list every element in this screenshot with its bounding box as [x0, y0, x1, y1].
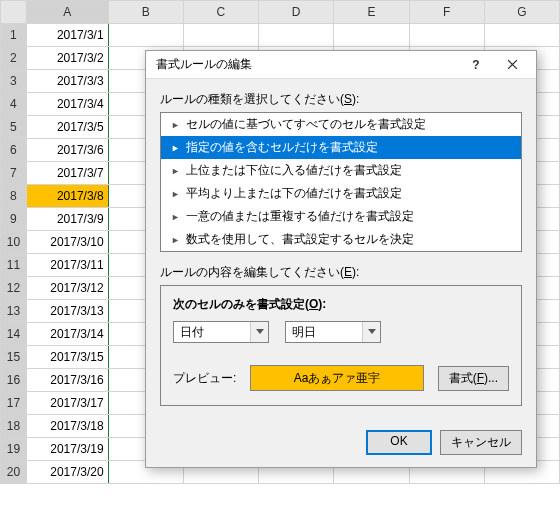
- row-header[interactable]: 20: [1, 461, 27, 484]
- bullet-icon: ►: [171, 143, 180, 153]
- cell[interactable]: 2017/3/5: [26, 116, 108, 139]
- rule-type-item-label: 指定の値を含むセルだけを書式設定: [186, 139, 378, 156]
- row-header[interactable]: 10: [1, 231, 27, 254]
- bullet-icon: ►: [171, 166, 180, 176]
- cell[interactable]: 2017/3/20: [26, 461, 108, 484]
- close-icon: [507, 59, 518, 70]
- cell[interactable]: [183, 24, 258, 47]
- edit-rule-dialog: 書式ルールの編集 ? ルールの種類を選択してください(S): ►セルの値に基づい…: [145, 50, 537, 468]
- col-header-A[interactable]: A: [26, 1, 108, 24]
- cell[interactable]: [409, 24, 484, 47]
- cell[interactable]: 2017/3/4: [26, 93, 108, 116]
- cell[interactable]: 2017/3/3: [26, 70, 108, 93]
- select-all-corner[interactable]: [1, 1, 27, 24]
- row-header[interactable]: 11: [1, 254, 27, 277]
- rule-type-item[interactable]: ►上位または下位に入る値だけを書式設定: [161, 159, 521, 182]
- chevron-down-icon: [250, 322, 268, 342]
- row-header[interactable]: 16: [1, 369, 27, 392]
- cell[interactable]: 2017/3/19: [26, 438, 108, 461]
- rule-content-box: 次のセルのみを書式設定(O): 日付 明日 プレビュー: Aaあぁアァ亜宇 書: [160, 285, 522, 406]
- chevron-down-icon: [362, 322, 380, 342]
- cell[interactable]: 2017/3/11: [26, 254, 108, 277]
- rule-type-item-label: 上位または下位に入る値だけを書式設定: [186, 162, 402, 179]
- format-only-label: 次のセルのみを書式設定(O):: [173, 296, 509, 313]
- rule-type-item[interactable]: ►一意の値または重複する値だけを書式設定: [161, 205, 521, 228]
- row-header[interactable]: 6: [1, 139, 27, 162]
- row-header[interactable]: 9: [1, 208, 27, 231]
- row-header[interactable]: 1: [1, 24, 27, 47]
- cell[interactable]: [484, 24, 559, 47]
- row-header[interactable]: 3: [1, 70, 27, 93]
- cell[interactable]: [108, 24, 183, 47]
- row-header[interactable]: 2: [1, 47, 27, 70]
- cell[interactable]: 2017/3/7: [26, 162, 108, 185]
- col-header-F[interactable]: F: [409, 1, 484, 24]
- rule-type-list[interactable]: ►セルの値に基づいてすべてのセルを書式設定►指定の値を含むセルだけを書式設定►上…: [160, 112, 522, 252]
- row-header[interactable]: 18: [1, 415, 27, 438]
- row-header[interactable]: 13: [1, 300, 27, 323]
- rule-type-item[interactable]: ►指定の値を含むセルだけを書式設定: [161, 136, 521, 159]
- bullet-icon: ►: [171, 120, 180, 130]
- rule-type-item-label: 数式を使用して、書式設定するセルを決定: [186, 231, 414, 248]
- rule-content-label: ルールの内容を編集してください(E):: [160, 264, 522, 281]
- cell[interactable]: 2017/3/12: [26, 277, 108, 300]
- cell[interactable]: 2017/3/17: [26, 392, 108, 415]
- row-header[interactable]: 8: [1, 185, 27, 208]
- cell[interactable]: 2017/3/1: [26, 24, 108, 47]
- cell[interactable]: 2017/3/6: [26, 139, 108, 162]
- row-header[interactable]: 19: [1, 438, 27, 461]
- rule-type-item[interactable]: ►数式を使用して、書式設定するセルを決定: [161, 228, 521, 251]
- bullet-icon: ►: [171, 212, 180, 222]
- cell[interactable]: 2017/3/2: [26, 47, 108, 70]
- rule-type-label: ルールの種類を選択してください(S):: [160, 91, 522, 108]
- row-header[interactable]: 7: [1, 162, 27, 185]
- rule-type-item-label: 一意の値または重複する値だけを書式設定: [186, 208, 414, 225]
- cell[interactable]: 2017/3/9: [26, 208, 108, 231]
- ok-button[interactable]: OK: [366, 430, 432, 455]
- rule-type-item-label: セルの値に基づいてすべてのセルを書式設定: [186, 116, 426, 133]
- format-preview: Aaあぁアァ亜宇: [250, 365, 423, 391]
- col-header-D[interactable]: D: [259, 1, 334, 24]
- rule-type-item[interactable]: ►セルの値に基づいてすべてのセルを書式設定: [161, 113, 521, 136]
- row-header[interactable]: 4: [1, 93, 27, 116]
- row-header[interactable]: 5: [1, 116, 27, 139]
- row-header[interactable]: 17: [1, 392, 27, 415]
- col-header-C[interactable]: C: [183, 1, 258, 24]
- cell[interactable]: 2017/3/18: [26, 415, 108, 438]
- row-header[interactable]: 14: [1, 323, 27, 346]
- cell[interactable]: 2017/3/10: [26, 231, 108, 254]
- format-button[interactable]: 書式(F)...: [438, 366, 509, 391]
- rule-type-item-label: 平均より上または下の値だけを書式設定: [186, 185, 402, 202]
- help-button[interactable]: ?: [458, 54, 494, 76]
- row-header[interactable]: 15: [1, 346, 27, 369]
- condition-value-select[interactable]: 明日: [285, 321, 381, 343]
- row-header[interactable]: 12: [1, 277, 27, 300]
- close-button[interactable]: [494, 54, 530, 76]
- condition-type-select[interactable]: 日付: [173, 321, 269, 343]
- bullet-icon: ►: [171, 235, 180, 245]
- col-header-G[interactable]: G: [484, 1, 559, 24]
- dialog-titlebar[interactable]: 書式ルールの編集 ?: [146, 51, 536, 79]
- dialog-title: 書式ルールの編集: [156, 56, 458, 73]
- rule-type-item[interactable]: ►平均より上または下の値だけを書式設定: [161, 182, 521, 205]
- cancel-button[interactable]: キャンセル: [440, 430, 522, 455]
- cell[interactable]: [259, 24, 334, 47]
- col-header-E[interactable]: E: [334, 1, 409, 24]
- cell[interactable]: [334, 24, 409, 47]
- cell[interactable]: 2017/3/8: [26, 185, 108, 208]
- cell[interactable]: 2017/3/13: [26, 300, 108, 323]
- bullet-icon: ►: [171, 189, 180, 199]
- cell[interactable]: 2017/3/14: [26, 323, 108, 346]
- cell[interactable]: 2017/3/16: [26, 369, 108, 392]
- cell[interactable]: 2017/3/15: [26, 346, 108, 369]
- col-header-B[interactable]: B: [108, 1, 183, 24]
- preview-label: プレビュー:: [173, 370, 236, 387]
